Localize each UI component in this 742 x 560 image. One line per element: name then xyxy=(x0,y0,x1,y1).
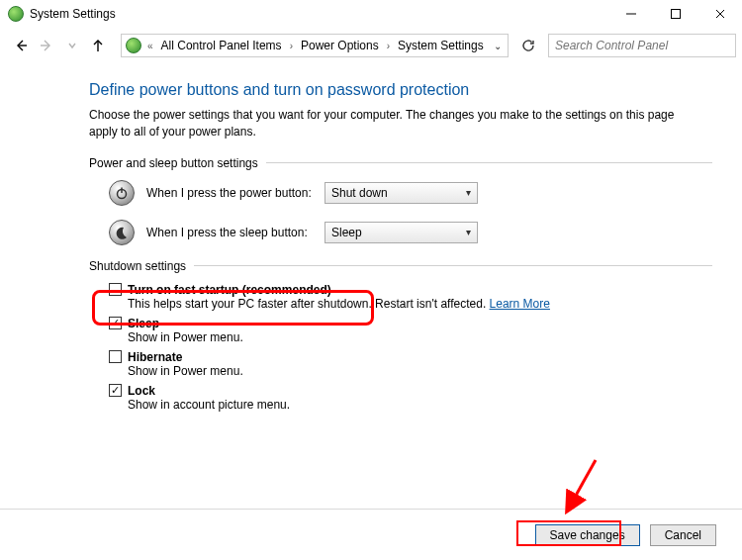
lock-label: Lock xyxy=(128,384,155,398)
fast-startup-checkbox[interactable] xyxy=(109,283,122,296)
window-title: System Settings xyxy=(30,7,116,21)
window-controls xyxy=(608,0,742,28)
fast-startup-label: Turn on fast startup (recommended) xyxy=(128,283,331,297)
lock-row: Lock Show in account picture menu. xyxy=(109,384,712,412)
page-heading: Define power buttons and turn on passwor… xyxy=(89,81,712,99)
breadcrumb-item-0[interactable]: All Control Panel Items xyxy=(157,39,286,52)
save-button[interactable]: Save changes xyxy=(535,524,640,546)
footer: Save changes Cancel xyxy=(0,509,742,560)
sleep-label: Sleep xyxy=(128,317,159,330)
sleep-checkbox[interactable] xyxy=(109,317,122,329)
power-button-dropdown[interactable]: Shut down xyxy=(325,182,478,204)
page-subtext: Choose the power settings that you want … xyxy=(89,107,683,140)
group-label-shutdown: Shutdown settings xyxy=(89,259,186,273)
cancel-button[interactable]: Cancel xyxy=(650,524,716,546)
group-power-sleep: Power and sleep button settings xyxy=(89,156,712,170)
sleep-button-row: When I press the sleep button: Sleep xyxy=(109,220,712,245)
breadcrumb-dropdown[interactable]: ⌄ xyxy=(494,41,506,51)
minimize-button[interactable] xyxy=(608,0,653,28)
titlebar: System Settings xyxy=(0,0,742,28)
content: Define power buttons and turn on passwor… xyxy=(0,63,742,412)
hibernate-label: Hibernate xyxy=(128,350,182,364)
close-button[interactable] xyxy=(697,0,742,28)
power-icon xyxy=(109,180,135,206)
power-button-label: When I press the power button: xyxy=(146,186,325,200)
power-button-value: Shut down xyxy=(331,186,388,200)
breadcrumb-sep: « xyxy=(143,41,157,51)
back-button[interactable] xyxy=(12,37,30,54)
divider xyxy=(194,265,712,266)
app-icon xyxy=(8,6,24,22)
chevron-right-icon: › xyxy=(286,41,297,51)
power-button-row: When I press the power button: Shut down xyxy=(109,180,712,206)
search-input[interactable] xyxy=(549,35,735,56)
hibernate-row: Hibernate Show in Power menu. xyxy=(109,350,712,378)
group-shutdown: Shutdown settings xyxy=(89,259,712,273)
hibernate-desc: Show in Power menu. xyxy=(128,364,712,378)
refresh-button[interactable] xyxy=(516,34,540,57)
svg-line-9 xyxy=(568,460,596,510)
search-box[interactable] xyxy=(548,34,736,57)
fast-startup-desc: This helps start your PC faster after sh… xyxy=(128,297,712,311)
maximize-button[interactable] xyxy=(653,0,697,28)
sleep-button-value: Sleep xyxy=(331,226,362,239)
lock-checkbox[interactable] xyxy=(109,384,122,397)
breadcrumb[interactable]: « All Control Panel Items › Power Option… xyxy=(121,34,509,57)
breadcrumb-item-1[interactable]: Power Options xyxy=(297,39,383,52)
learn-more-link[interactable]: Learn More xyxy=(490,297,550,311)
breadcrumb-icon xyxy=(126,38,141,53)
lock-desc: Show in account picture menu. xyxy=(128,398,712,412)
sleep-button-dropdown[interactable]: Sleep xyxy=(325,222,478,243)
sleep-button-label: When I press the sleep button: xyxy=(146,226,325,239)
recent-dropdown[interactable] xyxy=(63,37,81,54)
shutdown-list: Turn on fast startup (recommended) This … xyxy=(109,283,712,412)
breadcrumb-item-2[interactable]: System Settings xyxy=(394,39,488,52)
sleep-row: Sleep Show in Power menu. xyxy=(109,317,712,344)
hibernate-checkbox[interactable] xyxy=(109,350,122,363)
svg-rect-1 xyxy=(671,10,680,19)
divider xyxy=(266,162,712,163)
fast-startup-row: Turn on fast startup (recommended) This … xyxy=(109,283,712,311)
sleep-icon xyxy=(109,220,135,245)
sleep-desc: Show in Power menu. xyxy=(128,330,712,344)
navbar: « All Control Panel Items › Power Option… xyxy=(0,28,742,63)
chevron-right-icon: › xyxy=(383,41,394,51)
forward-button[interactable] xyxy=(38,37,55,54)
up-button[interactable] xyxy=(89,37,107,54)
group-label-buttons: Power and sleep button settings xyxy=(89,156,258,170)
